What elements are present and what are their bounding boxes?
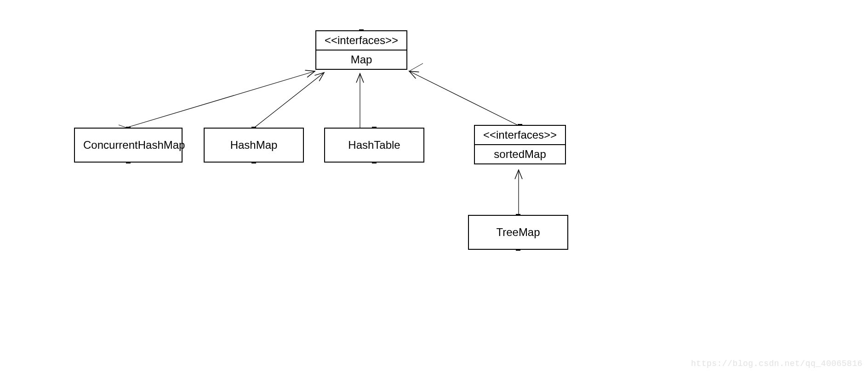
node-concurrenthashmap: ConcurrentHashMap	[74, 128, 183, 163]
resize-handle-icon	[518, 124, 522, 126]
watermark-text: https://blog.csdn.net/qq_40065816	[691, 359, 862, 368]
connector-layer	[0, 0, 868, 371]
node-sortedmap: <<interfaces>> sortedMap	[474, 125, 566, 164]
node-hashtable: HashTable	[324, 128, 424, 163]
edge-concurrenthashmap-map	[126, 71, 315, 128]
edge-overshoot-right	[409, 63, 423, 71]
class-name-label: Map	[316, 50, 406, 69]
class-name-label: TreeMap	[469, 216, 567, 249]
node-map: <<interfaces>> Map	[315, 30, 407, 70]
class-name-label: HashMap	[205, 129, 303, 162]
resize-handle-icon	[251, 127, 256, 129]
stereotype-label: <<interfaces>>	[475, 126, 565, 144]
edge-sortedmap-map	[409, 71, 517, 125]
resize-handle-icon	[372, 127, 377, 129]
edge-hashmap-map	[254, 73, 324, 128]
stereotype-label: <<interfaces>>	[316, 31, 406, 50]
resize-handle-icon	[372, 162, 377, 163]
node-hashmap: HashMap	[204, 128, 304, 163]
node-treemap: TreeMap	[468, 215, 568, 250]
resize-handle-icon	[516, 214, 520, 216]
class-name-label: ConcurrentHashMap	[75, 129, 182, 162]
resize-handle-icon	[516, 249, 520, 251]
resize-handle-icon	[126, 162, 131, 163]
resize-handle-icon	[126, 127, 131, 129]
class-name-label: HashTable	[325, 129, 423, 162]
resize-handle-icon	[251, 162, 256, 163]
resize-handle-icon	[359, 29, 364, 31]
class-name-label: sortedMap	[475, 144, 565, 163]
